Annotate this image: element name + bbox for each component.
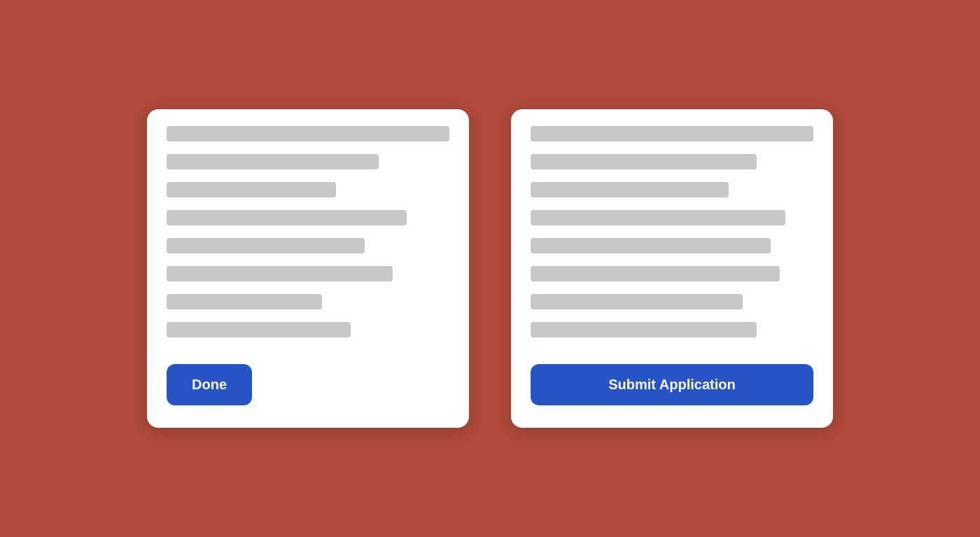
left-placeholder-bar-1 — [167, 126, 449, 141]
right-placeholder-bar-2 — [531, 154, 757, 169]
right-button-row: Submit Application — [531, 364, 813, 405]
left-placeholder-bar-4 — [167, 210, 407, 225]
right-placeholder-bar-3 — [531, 182, 729, 197]
right-placeholder-bar-4 — [531, 210, 785, 225]
right-placeholder-bar-6 — [531, 266, 780, 281]
right-placeholder-bar-7 — [531, 294, 743, 309]
left-placeholder-bar-2 — [167, 154, 379, 169]
left-placeholder-bar-7 — [167, 294, 322, 309]
right-placeholder-bar-1 — [531, 126, 813, 141]
left-placeholder-bar-5 — [167, 238, 365, 253]
done-button[interactable]: Done — [167, 364, 252, 405]
submit-application-button[interactable]: Submit Application — [531, 364, 813, 405]
right-card: Submit Application — [511, 109, 833, 428]
left-button-row: Done — [167, 364, 449, 405]
right-placeholder-bar-8 — [531, 322, 757, 337]
left-card: Done — [147, 109, 469, 428]
left-placeholder-bar-8 — [167, 322, 351, 337]
left-placeholder-bar-6 — [167, 266, 393, 281]
right-placeholder-bar-5 — [531, 238, 771, 253]
left-placeholder-bar-3 — [167, 182, 336, 197]
